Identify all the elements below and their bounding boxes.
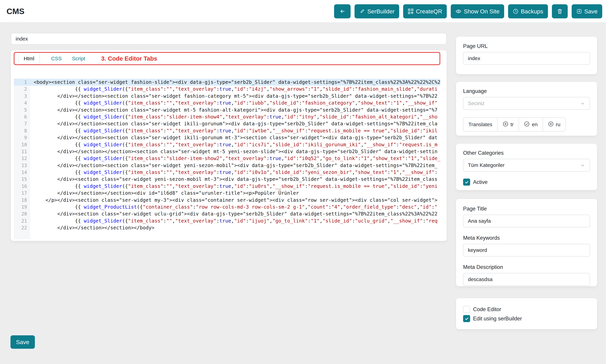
tab-html[interactable]: Html <box>18 53 40 64</box>
page-title-input[interactable] <box>463 215 590 227</box>
check-circle-icon <box>524 121 530 128</box>
createqr-label: CreateQR <box>416 8 442 15</box>
meta-keywords-label: Meta Keywords <box>463 235 590 241</box>
code-line[interactable]: 8 {{ widget_Slider({"item_class":"","tex… <box>14 127 440 134</box>
code-lines[interactable]: 1<body><section class="ser-widget fashio… <box>14 79 440 232</box>
meta-keywords-input[interactable] <box>463 244 590 257</box>
line-number: 13 <box>14 162 30 169</box>
code-line[interactable]: 21 {{ widget_Slider({"item_class":"","te… <box>14 218 440 224</box>
translates-label: Translates <box>468 122 492 127</box>
language-label: Language <box>463 88 590 94</box>
code-line[interactable]: 11 </div></section></section><section cl… <box>14 148 440 155</box>
meta-description-input[interactable] <box>463 273 590 286</box>
code-line[interactable]: 7 </div></section><section class="ser-wi… <box>14 120 440 127</box>
line-number: 7 <box>14 120 30 127</box>
code-editor-checkbox[interactable] <box>463 306 470 313</box>
trash-icon <box>557 8 563 14</box>
plus-circle-icon <box>503 121 508 128</box>
code-line[interactable]: 15 </div><section class="ser-widget yeni… <box>14 176 440 183</box>
code-line[interactable]: 17 </div></section></section><div id="il… <box>14 190 440 197</box>
code-line[interactable]: 1<body><section class="ser-widget fashio… <box>14 79 440 86</box>
code-line[interactable]: 3 </div></section><section class="ser-wi… <box>14 93 440 100</box>
code-line[interactable]: 18 </p></div><section class="ser-widget … <box>14 197 440 204</box>
code-editor-option-row: Code Editor <box>463 306 590 313</box>
other-categories-label: Other Categories <box>463 150 590 156</box>
page-title-label: Page Title <box>463 206 590 212</box>
tab-script[interactable]: Script <box>72 56 85 62</box>
code-line[interactable]: 10 {{ widget_Slider({"item_class":"","te… <box>14 141 440 148</box>
translates-button[interactable]: Translates <box>463 118 497 131</box>
code-line[interactable]: 12 {{ widget_Slider({"item_class":"slide… <box>14 155 440 162</box>
code-line[interactable]: 20 </div><section class="ser-widget uclu… <box>14 210 440 217</box>
back-button[interactable] <box>334 4 351 18</box>
code-line[interactable]: 5 </div></section><section class="ser-wi… <box>14 107 440 114</box>
line-number: 15 <box>14 176 30 183</box>
lang-ru-button[interactable]: ru <box>543 118 566 131</box>
lang-tr-button[interactable]: tr <box>497 118 519 131</box>
card-language: Language Seciniz Translates tr en <box>456 82 597 136</box>
language-select-value: Seciniz <box>468 101 485 106</box>
code-editor-option-label: Code Editor <box>473 306 501 312</box>
line-number: 20 <box>14 210 30 217</box>
line-number: 17 <box>14 190 30 197</box>
line-number: 18 <box>14 197 30 204</box>
backups-label: Backups <box>521 8 543 15</box>
card-meta: Page Title Meta Keywords Meta Descriptio… <box>456 199 597 286</box>
serbuilder-option-row: Edit using serBuilder <box>463 315 590 322</box>
code-line[interactable]: 2 {{ widget_Slider({"item_class":"","tex… <box>14 86 440 92</box>
serbuilder-button[interactable]: SerBuilder <box>355 4 399 18</box>
tab-css[interactable]: CSS <box>51 56 62 62</box>
chevron-down-icon <box>580 101 586 108</box>
line-number: 19 <box>14 204 30 210</box>
lang-tr-label: tr <box>511 122 514 127</box>
line-number: 10 <box>14 141 30 148</box>
delete-button[interactable] <box>552 4 568 18</box>
clock-icon <box>513 8 519 14</box>
card-other-categories: Other Categories Tüm Kategoriler Active <box>456 144 597 190</box>
line-number: 9 <box>14 134 30 141</box>
card-page-url: Page URL <box>456 37 597 74</box>
serbuilder-checkbox[interactable] <box>463 315 470 322</box>
card-editor-options: Code Editor Edit using serBuilder <box>456 298 597 329</box>
code-editor-tabs-annotation-box: Html CSS Script 3. Code Editor Tabs <box>14 52 440 65</box>
lang-en-button[interactable]: en <box>519 118 542 131</box>
page-url-input[interactable] <box>463 52 590 65</box>
cms-page: CMS SerBuilder <box>0 0 606 364</box>
createqr-button[interactable]: CreateQR <box>403 4 447 18</box>
code-line[interactable]: 6 {{ widget_Slider({"item_class":"slider… <box>14 114 440 120</box>
lang-en-label: en <box>532 122 538 127</box>
line-number: 14 <box>14 169 30 176</box>
line-number: 8 <box>14 127 30 134</box>
eye-icon <box>455 8 461 14</box>
line-number: 4 <box>14 100 30 106</box>
line-number: 12 <box>14 155 30 162</box>
serbuilder-option-label: Edit using serBuilder <box>473 316 522 322</box>
show-on-site-button[interactable]: Show On Site <box>451 4 504 18</box>
header-actions: SerBuilder CreateQR Show On Site <box>334 0 602 23</box>
save-button-bottom[interactable]: Save <box>11 335 35 349</box>
save-button[interactable]: Save <box>572 4 602 18</box>
code-line[interactable]: 16 {{ widget_Slider({"item_class":"","te… <box>14 183 440 190</box>
active-checkbox[interactable] <box>463 179 470 186</box>
arrow-left-icon <box>339 8 345 14</box>
line-number: 5 <box>14 107 30 114</box>
code-line[interactable]: 22 </div></section></section></body> <box>14 224 440 231</box>
backups-button[interactable]: Backups <box>508 4 548 18</box>
code-line[interactable]: 13 </div></section><section class="ser-w… <box>14 162 440 169</box>
other-categories-select-value: Tüm Kategoriler <box>468 162 504 168</box>
pencil-icon <box>359 8 365 14</box>
code-line[interactable]: 19 {{ widget_ProductList({"container_cla… <box>14 204 440 210</box>
code-line[interactable]: 4 {{ widget_Slider({"item_class":"","tex… <box>14 100 440 106</box>
other-categories-select[interactable]: Tüm Kategoriler <box>463 159 590 171</box>
code-line[interactable]: 14 {{ widget_Slider({"item_class":"","te… <box>14 169 440 176</box>
line-number: 6 <box>14 114 30 120</box>
line-number: 22 <box>14 224 30 231</box>
language-select[interactable]: Seciniz <box>463 97 590 110</box>
active-label: Active <box>473 179 487 185</box>
code-line[interactable]: 9 </div></section><section class="ser-wi… <box>14 134 440 141</box>
code-editor-card: Html CSS Script 3. Code Editor Tabs 1<bo… <box>11 50 447 241</box>
page-name-input[interactable] <box>11 33 447 45</box>
app-title: CMS <box>7 0 24 23</box>
save-icon <box>576 8 582 14</box>
meta-description-label: Meta Description <box>463 264 590 270</box>
